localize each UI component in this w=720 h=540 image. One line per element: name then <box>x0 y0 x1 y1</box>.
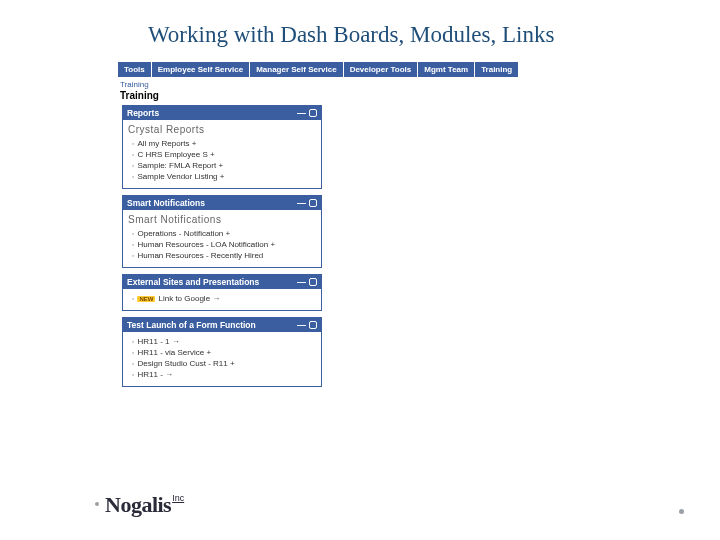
bullet-icon: ◦ <box>132 371 134 378</box>
gear-icon[interactable] <box>309 278 317 286</box>
nav-tab-ess[interactable]: Employee Self Service <box>152 62 249 77</box>
minimize-icon[interactable]: — <box>297 108 306 118</box>
list-item[interactable]: ◦HR11 - 1 → <box>128 336 316 347</box>
module-header[interactable]: Reports — <box>123 106 321 120</box>
module-header[interactable]: External Sites and Presentations — <box>123 275 321 289</box>
dashboard-screenshot: Tools Employee Self Service Manager Self… <box>118 62 578 472</box>
bullet-icon: ◦ <box>132 349 134 356</box>
bullet-icon: ◦ <box>132 151 134 158</box>
nav-tab-tools[interactable]: Tools <box>118 62 151 77</box>
breadcrumb: Training <box>118 77 578 90</box>
list-item[interactable]: ◦Operations - Notification + <box>128 228 316 239</box>
module-header[interactable]: Smart Notifications — <box>123 196 321 210</box>
bullet-icon: ◦ <box>132 252 134 259</box>
list-item[interactable]: ◦Sample Vendor Listing + <box>128 171 316 182</box>
list-item[interactable]: ◦Human Resources - LOA Notification + <box>128 239 316 250</box>
bullet-icon: ◦ <box>132 162 134 169</box>
module-controls[interactable]: — <box>297 198 317 208</box>
module-reports: Reports — Crystal Reports ◦All my Report… <box>122 105 322 189</box>
slide-title: Working with Dash Boards, Modules, Links <box>0 0 720 48</box>
gear-icon[interactable] <box>309 199 317 207</box>
bullet-icon: ◦ <box>132 360 134 367</box>
bullet-icon: ◦ <box>132 338 134 345</box>
module-external-sites: External Sites and Presentations — ◦ NEW… <box>122 274 322 311</box>
nav-tab-training[interactable]: Training <box>475 62 518 77</box>
bullet-icon: ◦ <box>132 140 134 147</box>
bullet-icon: ◦ <box>132 295 134 302</box>
bullet-icon: ◦ <box>132 230 134 237</box>
list-item[interactable]: ◦HR11 - → <box>128 369 316 380</box>
list-item[interactable]: ◦Sample: FMLA Report + <box>128 160 316 171</box>
slide-corner-dot-icon <box>679 509 684 514</box>
module-controls[interactable]: — <box>297 277 317 287</box>
minimize-icon[interactable]: — <box>297 320 306 330</box>
minimize-icon[interactable]: — <box>297 277 306 287</box>
module-test-launch: Test Launch of a Form Function — ◦HR11 -… <box>122 317 322 387</box>
list-item[interactable]: ◦All my Reports + <box>128 138 316 149</box>
module-title: Reports <box>127 108 159 118</box>
module-controls[interactable]: — <box>297 320 317 330</box>
module-title: External Sites and Presentations <box>127 277 259 287</box>
module-title: Test Launch of a Form Function <box>127 320 256 330</box>
page-heading: Training <box>118 90 578 105</box>
top-nav: Tools Employee Self Service Manager Self… <box>118 62 578 77</box>
logo-suffix: Inc <box>172 493 184 503</box>
new-badge: NEW <box>137 296 155 302</box>
nav-tab-dev[interactable]: Developer Tools <box>344 62 418 77</box>
nav-tab-mgmt[interactable]: Mgmt Team <box>418 62 474 77</box>
module-title: Smart Notifications <box>127 198 205 208</box>
list-item[interactable]: ◦Design Studio Cust - R11 + <box>128 358 316 369</box>
module-controls[interactable]: — <box>297 108 317 118</box>
gear-icon[interactable] <box>309 109 317 117</box>
list-item[interactable]: ◦ NEW Link to Google → <box>128 293 316 304</box>
module-smart-notifications: Smart Notifications — Smart Notification… <box>122 195 322 268</box>
logo-text: Nogalis <box>105 492 171 518</box>
module-subhead: Smart Notifications <box>128 214 316 228</box>
module-subhead: Crystal Reports <box>128 124 316 138</box>
bullet-icon: ◦ <box>132 173 134 180</box>
minimize-icon[interactable]: — <box>297 198 306 208</box>
list-item[interactable]: ◦Human Resources - Recently Hired <box>128 250 316 261</box>
gear-icon[interactable] <box>309 321 317 329</box>
bullet-icon: ◦ <box>132 241 134 248</box>
list-item[interactable]: ◦C HRS Employee S + <box>128 149 316 160</box>
list-item[interactable]: ◦HR11 - via Service + <box>128 347 316 358</box>
module-header[interactable]: Test Launch of a Form Function — <box>123 318 321 332</box>
nav-tab-mss[interactable]: Manager Self Service <box>250 62 342 77</box>
logo-dot-icon <box>95 502 99 506</box>
nogalis-logo: Nogalis Inc <box>95 492 184 518</box>
